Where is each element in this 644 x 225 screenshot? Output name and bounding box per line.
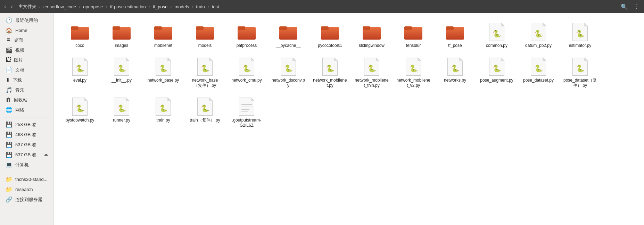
breadcrumb-openpose[interactable]: openpose (80, 3, 106, 11)
folder-pycocotools1-label: pycocotools1 (318, 43, 342, 49)
sidebar-item-computer[interactable]: 💻 计算机 (1, 160, 52, 170)
breadcrumb-models[interactable]: models (172, 3, 192, 11)
file-common-py-icon: 🐍 (488, 23, 506, 41)
view-toggle-button[interactable]: ⋮ (631, 2, 642, 11)
file-train-copy-py-label: train（复件）.py (190, 118, 220, 123)
breadcrumb-train[interactable]: train (193, 3, 207, 11)
sidebar-item-thchs30[interactable]: 📁 thchs30-stand... (1, 174, 52, 184)
sidebar-item-connect-server[interactable]: 🔗 连接到服务器 (1, 194, 52, 205)
file-network-cmu-py[interactable]: 🐍 network_cmu.py (228, 55, 266, 91)
file-pose-augment-py-label: pose_augment.py (480, 78, 513, 83)
sidebar-item-research[interactable]: 📁 research (1, 184, 52, 194)
folder-coco[interactable]: coco (61, 20, 99, 51)
sidebar-divider-1 (3, 117, 51, 117)
sidebar-item-drive-468[interactable]: 💾 468 GB 卷 (1, 130, 52, 140)
file-pose-augment-py[interactable]: 🐍 pose_augment.py (478, 55, 516, 91)
folder-models[interactable]: models (186, 20, 224, 51)
sidebar-item-desktop[interactable]: 🖥 桌面 (1, 35, 52, 45)
file-pose-dataset-py[interactable]: 🐍 pose_dataset.py (519, 55, 558, 91)
svg-rect-2 (71, 26, 79, 30)
file-network-base-py[interactable]: 🐍 network_base.py (144, 55, 182, 91)
svg-rect-10 (238, 26, 245, 30)
folder-images-label: images (115, 43, 129, 49)
file-estimator-py[interactable]: 🐍 estimator.py (561, 20, 599, 51)
svg-text:🐍: 🐍 (201, 104, 209, 112)
sidebar-item-drive-537a[interactable]: 💾 537 GB 卷 (1, 140, 52, 150)
file-grid: coco images (61, 20, 637, 131)
folder-mobilenet[interactable]: mobilenet (144, 20, 182, 51)
folder-tensblur[interactable]: tensblur (394, 20, 432, 51)
file-init-py[interactable]: 🐍 __init__.py (102, 55, 141, 91)
sidebar-item-trash[interactable]: 🗑 回收站 (1, 95, 52, 105)
svg-text:🐍: 🐍 (534, 64, 543, 73)
sidebar-item-network[interactable]: 🌐 网络 (1, 105, 52, 115)
svg-text:🐍: 🐍 (534, 30, 543, 38)
folder-tf-pose[interactable]: tf_pose (436, 20, 474, 51)
file-datum-pb2-py[interactable]: 🐍 datum_pb2.py (519, 20, 558, 51)
file-network-mobilenet-v2-py[interactable]: 🐍 network_mobilenet_v2.py (394, 55, 432, 91)
file-goutputstream-label: .goutputstream-G2IL6Z (230, 118, 264, 128)
file-network-mobilenet-py[interactable]: 🐍 network_mobilenet.py (311, 55, 349, 91)
folder-pafprocess[interactable]: pafprocess (228, 20, 266, 51)
sidebar-item-recent[interactable]: 🕐 最近使用的 (1, 15, 52, 25)
sidebar-item-drive-537b[interactable]: 💾 537 GB 卷 ⏏ (1, 150, 52, 160)
file-networks-py-label: networks.py (444, 78, 466, 83)
main-layout: 🕐 最近使用的 🏠 Home 🖥 桌面 🎬 视频 🖼 图片 📄 文档 ⬇ 下载 (0, 13, 644, 225)
breadcrumb-tf-pose[interactable]: tf_pose (150, 3, 171, 11)
file-common-py[interactable]: 🐍 common.py (478, 20, 516, 51)
sidebar-item-video[interactable]: 🎬 视频 (1, 45, 52, 55)
file-network-base-copy-py[interactable]: 🐍 network_base（复件）.py (186, 55, 224, 91)
breadcrumb-test[interactable]: test (209, 3, 222, 11)
forward-button[interactable]: › (9, 2, 15, 11)
folder-pycocotools1[interactable]: pycocotools1 (311, 20, 349, 51)
sidebar-item-home[interactable]: 🏠 Home (1, 25, 52, 35)
file-pystopwatch-py-icon: 🐍 (71, 98, 89, 116)
file-runner-py[interactable]: 🐍 runner.py (102, 95, 141, 131)
svg-text:🐍: 🐍 (117, 104, 126, 112)
file-network-cmu-py-label: network_cmu.py (231, 78, 262, 83)
folder-pycache[interactable]: __pycache__ (269, 20, 307, 51)
file-goutputstream[interactable]: .goutputstream-G2IL6Z (228, 95, 266, 131)
file-pose-dataset-py-icon: 🐍 (529, 58, 547, 76)
file-datum-pb2-py-icon: 🐍 (529, 23, 547, 41)
sidebar-item-downloads[interactable]: ⬇ 下载 (1, 75, 52, 85)
file-pose-dataset-copy-py[interactable]: 🐍 pose_dataset（复件）.py (561, 55, 599, 91)
sidebar-item-trash-label: 回收站 (14, 97, 27, 103)
breadcrumb-home[interactable]: 主文件夹 (16, 2, 39, 11)
file-pystopwatch-py[interactable]: 🐍 pystopwatch.py (61, 95, 99, 131)
sidebar-item-thchs30-label: thchs30-stand... (15, 177, 48, 182)
file-train-copy-py[interactable]: 🐍 train（复件）.py (186, 95, 224, 131)
folder-images-icon (113, 23, 131, 41)
file-network-dsconv-py-icon: 🐍 (279, 58, 297, 76)
svg-marker-79 (209, 98, 213, 101)
home-icon: 🏠 (6, 27, 13, 34)
sidebar-item-pictures[interactable]: 🖼 图片 (1, 55, 52, 65)
eject-button[interactable]: ⏏ (44, 152, 48, 157)
file-train-py[interactable]: 🐍 train.py (144, 95, 182, 131)
svg-rect-4 (113, 26, 120, 30)
sidebar-item-drive-258[interactable]: 💾 258 GB 卷 (1, 119, 52, 130)
file-eval-py[interactable]: 🐍 eval.py (61, 55, 99, 91)
breadcrumb-tensorflow-code[interactable]: tensorflow_code (41, 3, 79, 11)
sidebar-item-drive-468-label: 468 GB 卷 (15, 132, 36, 138)
folder-images[interactable]: images (102, 20, 141, 51)
folder-mobilenet-icon (154, 23, 172, 41)
sidebar-item-music[interactable]: 🎵 音乐 (1, 85, 52, 95)
connect-server-icon: 🔗 (6, 196, 13, 203)
svg-marker-67 (584, 58, 588, 61)
file-network-mobilenet-thin-py[interactable]: 🐍 network_mobilenet_thin.py (353, 55, 391, 91)
back-button[interactable]: ‹ (2, 2, 8, 11)
file-network-dsconv-py[interactable]: 🐍 network_dsconv.py (269, 55, 307, 91)
folder-slidingwindow[interactable]: slidingwindow (353, 20, 391, 51)
research-icon: 📁 (6, 186, 13, 193)
folder-tf-pose-label: tf_pose (448, 43, 462, 49)
breadcrumb-tf-pose-estimation[interactable]: tf-pose-estimation (107, 3, 148, 11)
sidebar-item-documents[interactable]: 📄 文档 (1, 65, 52, 75)
file-network-cmu-py-icon: 🐍 (238, 58, 256, 76)
sidebar-item-home-label: Home (15, 28, 27, 33)
svg-marker-31 (84, 58, 88, 61)
sidebar-item-pictures-label: 图片 (14, 57, 23, 63)
search-button[interactable]: 🔍 (618, 2, 630, 11)
file-networks-py[interactable]: 🐍 networks.py (436, 55, 474, 91)
breadcrumb: 主文件夹 › tensorflow_code › openpose › tf-p… (16, 2, 618, 11)
